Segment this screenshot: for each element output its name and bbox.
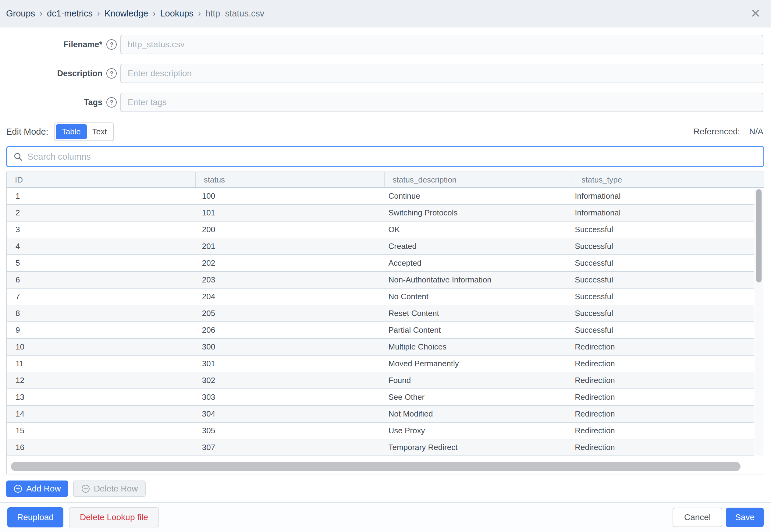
help-icon[interactable]: ? (106, 39, 117, 50)
table-cell[interactable]: Redirection (566, 372, 752, 388)
horizontal-scrollbar-thumb[interactable] (11, 462, 741, 471)
vertical-scrollbar-thumb[interactable] (756, 189, 762, 282)
table-cell[interactable]: 200 (193, 222, 380, 238)
table-cell[interactable]: Informational (566, 188, 752, 204)
table-cell[interactable]: 1 (7, 188, 193, 204)
table-cell[interactable]: 7 (7, 289, 193, 305)
description-field[interactable] (120, 64, 763, 83)
table-cell[interactable]: 101 (193, 205, 380, 221)
table-cell[interactable]: Successful (566, 289, 752, 305)
filename-field[interactable] (120, 35, 763, 54)
table-cell[interactable]: 15 (7, 423, 193, 439)
table-row[interactable]: 9206Partial ContentSuccessful (7, 322, 754, 339)
breadcrumb-link-knowledge[interactable]: Knowledge (105, 9, 148, 19)
table-cell[interactable]: Multiple Choices (380, 339, 566, 355)
table-cell[interactable]: Redirection (566, 356, 752, 372)
add-row-button[interactable]: Add Row (6, 481, 68, 497)
table-cell[interactable]: 9 (7, 322, 193, 338)
cancel-button[interactable]: Cancel (673, 508, 722, 527)
table-cell[interactable]: Redirection (566, 406, 752, 422)
table-cell[interactable]: Successful (566, 238, 752, 254)
table-row[interactable]: 1100ContinueInformational (7, 188, 754, 205)
breadcrumb-link-groups[interactable]: Groups (6, 9, 35, 19)
column-header-status[interactable]: status (196, 172, 385, 187)
table-cell[interactable]: Successful (566, 272, 752, 288)
table-cell[interactable]: 14 (7, 406, 193, 422)
table-cell[interactable]: Redirection (566, 439, 752, 456)
breadcrumb-link-lookups[interactable]: Lookups (160, 9, 194, 19)
table-row[interactable]: 6203Non-Authoritative InformationSuccess… (7, 272, 754, 289)
table-cell[interactable]: Moved Permanently (380, 356, 566, 372)
close-icon[interactable]: ✕ (750, 7, 761, 20)
table-cell[interactable]: No Content (380, 289, 566, 305)
table-row[interactable]: 12302FoundRedirection (7, 372, 754, 389)
search-columns-input[interactable] (27, 152, 757, 162)
table-cell[interactable]: 304 (193, 406, 380, 422)
edit-mode-text-button[interactable]: Text (87, 124, 112, 139)
table-cell[interactable]: See Other (380, 389, 566, 405)
table-cell[interactable]: 100 (193, 188, 380, 204)
table-row[interactable]: 16307Temporary RedirectRedirection (7, 439, 754, 456)
table-cell[interactable]: Switching Protocols (380, 205, 566, 221)
table-cell[interactable]: 307 (193, 439, 380, 456)
column-header-id[interactable]: ID (7, 172, 196, 187)
table-cell[interactable]: 8 (7, 305, 193, 321)
table-cell[interactable]: OK (380, 222, 566, 238)
table-row[interactable]: 8205Reset ContentSuccessful (7, 305, 754, 322)
table-cell[interactable]: 12 (7, 372, 193, 388)
table-cell[interactable]: Temporary Redirect (380, 439, 566, 456)
table-row[interactable]: 2101Switching ProtocolsInformational (7, 205, 754, 222)
table-cell[interactable]: 3 (7, 222, 193, 238)
table-cell[interactable]: 201 (193, 238, 380, 254)
table-cell[interactable]: 305 (193, 423, 380, 439)
table-cell[interactable]: 6 (7, 272, 193, 288)
table-cell[interactable]: Non-Authoritative Information (380, 272, 566, 288)
column-header-status-description[interactable]: status_description (385, 172, 574, 187)
reupload-button[interactable]: Reupload (7, 507, 63, 527)
table-cell[interactable]: 301 (193, 356, 380, 372)
table-cell[interactable]: Redirection (566, 389, 752, 405)
table-cell[interactable]: 205 (193, 305, 380, 321)
table-cell[interactable]: 11 (7, 356, 193, 372)
breadcrumb-link-group-name[interactable]: dc1-metrics (47, 9, 93, 19)
table-row[interactable]: 11301Moved PermanentlyRedirection (7, 356, 754, 372)
delete-row-button[interactable]: Delete Row (73, 481, 146, 497)
table-cell[interactable]: 202 (193, 255, 380, 271)
table-cell[interactable]: Found (380, 372, 566, 388)
table-row[interactable]: 5202AcceptedSuccessful (7, 255, 754, 272)
table-cell[interactable]: Successful (566, 222, 752, 238)
table-cell[interactable]: 206 (193, 322, 380, 338)
column-header-status-type[interactable]: status_type (573, 172, 762, 187)
table-cell[interactable]: Partial Content (380, 322, 566, 338)
table-row[interactable]: 13303See OtherRedirection (7, 389, 754, 406)
table-cell[interactable]: 5 (7, 255, 193, 271)
table-cell[interactable]: 10 (7, 339, 193, 355)
table-row[interactable]: 14304Not ModifiedRedirection (7, 406, 754, 423)
delete-lookup-file-button[interactable]: Delete Lookup file (69, 507, 159, 527)
table-cell[interactable]: 303 (193, 389, 380, 405)
table-cell[interactable]: 203 (193, 272, 380, 288)
horizontal-scrollbar[interactable] (7, 460, 764, 474)
table-cell[interactable]: Successful (566, 255, 752, 271)
table-cell[interactable]: Reset Content (380, 305, 566, 321)
table-cell[interactable]: Accepted (380, 255, 566, 271)
table-cell[interactable]: Successful (566, 305, 752, 321)
table-cell[interactable]: 16 (7, 439, 193, 456)
table-cell[interactable]: Not Modified (380, 406, 566, 422)
table-row[interactable]: 10300Multiple ChoicesRedirection (7, 339, 754, 356)
table-cell[interactable]: Redirection (566, 423, 752, 439)
help-icon[interactable]: ? (106, 68, 117, 79)
table-cell[interactable]: Successful (566, 322, 752, 338)
table-cell[interactable]: 4 (7, 238, 193, 254)
table-cell[interactable]: 302 (193, 372, 380, 388)
table-cell[interactable]: 300 (193, 339, 380, 355)
table-cell[interactable]: 2 (7, 205, 193, 221)
table-cell[interactable]: Continue (380, 188, 566, 204)
table-row[interactable]: 15305Use ProxyRedirection (7, 423, 754, 439)
table-cell[interactable]: 204 (193, 289, 380, 305)
edit-mode-table-button[interactable]: Table (56, 124, 87, 139)
save-button[interactable]: Save (726, 508, 764, 527)
table-cell[interactable]: Use Proxy (380, 423, 566, 439)
table-cell[interactable]: 13 (7, 389, 193, 405)
tags-field[interactable] (120, 93, 763, 112)
